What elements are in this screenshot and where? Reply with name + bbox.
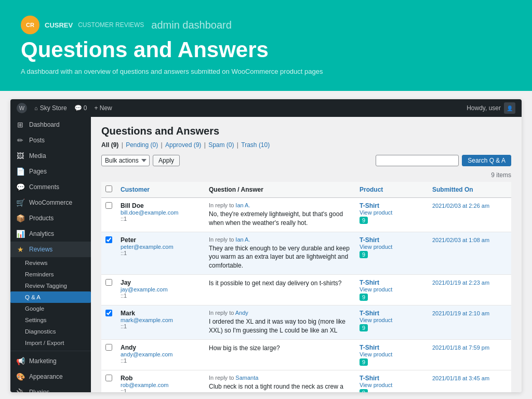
filter-spam[interactable]: Spam (0) xyxy=(208,141,234,149)
sidebar-sub-google[interactable]: Google xyxy=(10,303,91,314)
sidebar-sub-reviews[interactable]: Reviews xyxy=(10,257,91,269)
qa-cell: In reply to Andy I ordered the XL and it… xyxy=(205,305,355,339)
sidebar-item-woocommerce[interactable]: 🛒 WooCommerce xyxy=(10,195,91,210)
sidebar-item-marketing[interactable]: 📢 Marketing xyxy=(10,353,91,369)
product-view-link[interactable]: View product xyxy=(360,317,424,323)
row-checkbox-5[interactable] xyxy=(105,375,112,381)
row-checkbox-3[interactable] xyxy=(105,310,112,316)
product-view-link[interactable]: View product xyxy=(360,382,424,388)
customer-email[interactable]: andy@example.com xyxy=(121,351,201,357)
qa-table: Customer Question / Answer Product Submi… xyxy=(101,182,511,392)
submitted-cell: 2021/02/03 at 1:08 am xyxy=(428,232,511,274)
user-avatar[interactable]: 👤 xyxy=(504,102,515,114)
search-qa-button[interactable]: Search Q & A xyxy=(462,155,511,166)
adminbar-right: Howdy, user 👤 xyxy=(467,102,515,114)
col-header-submitted[interactable]: Submitted On xyxy=(428,182,511,198)
sidebar-sub-qa[interactable]: Q & A xyxy=(10,291,91,303)
customer-email[interactable]: jay@example.com xyxy=(121,286,201,292)
product-badge: 9 xyxy=(360,389,368,392)
sidebar-label-media: Media xyxy=(29,152,46,159)
product-view-link[interactable]: View product xyxy=(360,286,424,292)
sidebar-item-plugins[interactable]: 🔌 Plugins xyxy=(10,384,91,392)
filter-trash[interactable]: Trash (10) xyxy=(241,141,270,149)
sidebar-item-media[interactable]: 🖼 Media xyxy=(10,148,91,164)
product-badge: 9 xyxy=(360,294,368,301)
product-cell: T-Shirt View product 9 xyxy=(355,198,428,232)
banner-title: Questions and Answers xyxy=(21,37,511,62)
sidebar-label-appearance: Appearance xyxy=(29,373,63,380)
sidebar-sub-import-export[interactable]: Import / Export xyxy=(10,337,91,349)
sidebar-item-dashboard[interactable]: ⊞ Dashboard xyxy=(10,117,91,132)
product-view-link[interactable]: View product xyxy=(360,209,424,216)
customer-email[interactable]: rob@example.com xyxy=(121,382,201,388)
banner-description: A dashboard with an overview of question… xyxy=(21,68,511,75)
submitted-date: 2021/01/18 at 3:45 am xyxy=(432,375,489,381)
submitted-cell: 2021/01/19 at 2:23 am xyxy=(428,274,511,305)
reply-to-link[interactable]: Andy xyxy=(235,310,248,316)
select-all-checkbox[interactable] xyxy=(105,185,112,192)
col-header-customer[interactable]: Customer xyxy=(116,182,205,198)
sidebar-sub-reminders[interactable]: Reminders xyxy=(10,269,91,280)
sidebar-item-posts[interactable]: ✏ Posts xyxy=(10,132,91,148)
apply-button[interactable]: Apply xyxy=(153,155,180,166)
row-checkbox-0[interactable] xyxy=(105,202,112,209)
qa-cell: In reply to Ian A. No, they're extremely… xyxy=(205,198,355,232)
submitted-cell: 2021/02/03 at 2:26 am xyxy=(428,198,511,232)
product-badge: 9 xyxy=(360,251,368,258)
comments-count[interactable]: 💬 0 xyxy=(74,104,87,112)
top-banner: CR CUSREV CUSTOMER REVIEWS admin dashboa… xyxy=(0,0,532,91)
sidebar-sub-diagnostics[interactable]: Diagnostics xyxy=(10,326,91,337)
reply-to: In reply to Ian A. xyxy=(209,236,351,243)
reply-to-link[interactable]: Samanta xyxy=(235,375,258,381)
sidebar-label-marketing: Marketing xyxy=(29,357,57,365)
product-cell: T-Shirt View product 9 xyxy=(355,305,428,339)
sidebar-item-appearance[interactable]: 🎨 Appearance xyxy=(10,369,91,384)
comments-nav-icon: 💬 xyxy=(16,183,25,191)
table-row: Jay jay@example.com ::1 Is it possible t… xyxy=(101,274,511,305)
adminbar-site[interactable]: ⌂ Sky Store xyxy=(34,104,67,112)
qa-cell: In reply to Ian A. They are thick enough… xyxy=(205,232,355,274)
filter-approved[interactable]: Approved (9) xyxy=(165,141,201,149)
posts-icon: ✏ xyxy=(16,136,25,144)
filter-pending[interactable]: Pending (0) xyxy=(126,141,158,149)
sidebar-item-products[interactable]: 📦 Products xyxy=(10,210,91,226)
row-checkbox-2[interactable] xyxy=(105,279,112,286)
product-view-link[interactable]: View product xyxy=(360,244,424,250)
sidebar-item-reviews[interactable]: ★ Reviews xyxy=(10,242,91,257)
search-input[interactable] xyxy=(376,155,459,166)
answer-text: Is it possible to get next day delivery … xyxy=(209,279,351,288)
bulk-actions-select[interactable]: Bulk actions Approve Unapprove Delete xyxy=(101,155,150,166)
row-checkbox-cell xyxy=(101,339,116,370)
sidebar-item-comments[interactable]: 💬 Comments xyxy=(10,179,91,195)
wp-main-content: Questions and Answers All (9) | Pending … xyxy=(91,117,522,392)
customer-rating: ::1 xyxy=(121,250,201,256)
customer-email[interactable]: bill.doe@example.com xyxy=(121,209,201,216)
customer-email[interactable]: peter@example.com xyxy=(121,244,201,250)
page-title-row: Questions and Answers All (9) | Pending … xyxy=(101,125,511,149)
customer-cell: Jay jay@example.com ::1 xyxy=(116,274,205,305)
product-view-link[interactable]: View product xyxy=(360,351,424,357)
reply-to-link[interactable]: Ian A. xyxy=(235,236,250,243)
row-checkbox-4[interactable] xyxy=(105,344,112,351)
sidebar-label-dashboard: Dashboard xyxy=(29,121,60,128)
reviews-icon: ★ xyxy=(16,245,25,254)
wp-logo-icon[interactable]: W xyxy=(17,103,27,113)
filter-all[interactable]: All (9) xyxy=(101,141,118,149)
product-cell: T-Shirt View product 9 xyxy=(355,274,428,305)
product-cell: T-Shirt View product 9 xyxy=(355,370,428,392)
reply-to-link[interactable]: Ian A. xyxy=(235,202,250,208)
col-header-product[interactable]: Product xyxy=(355,182,428,198)
qa-cell: Is it possible to get next day delivery … xyxy=(205,274,355,305)
table-row: Bill Doe bill.doe@example.com ::1 In rep… xyxy=(101,198,511,232)
reply-to: In reply to Andy xyxy=(209,310,351,316)
row-checkbox-1[interactable] xyxy=(105,236,112,243)
sidebar-item-pages[interactable]: 📄 Pages xyxy=(10,164,91,179)
product-cell: T-Shirt View product 9 xyxy=(355,339,428,370)
wp-body: ⊞ Dashboard ✏ Posts 🖼 Media 📄 Pages 💬 Co… xyxy=(10,117,522,392)
customer-email[interactable]: mark@example.com xyxy=(121,317,201,323)
qa-cell: In reply to Samanta Club neck is not a t… xyxy=(205,370,355,392)
sidebar-item-analytics[interactable]: 📊 Analytics xyxy=(10,226,91,242)
new-button[interactable]: + New xyxy=(94,104,112,112)
sidebar-sub-review-tagging[interactable]: Review Tagging xyxy=(10,280,91,291)
sidebar-sub-settings[interactable]: Settings xyxy=(10,314,91,326)
